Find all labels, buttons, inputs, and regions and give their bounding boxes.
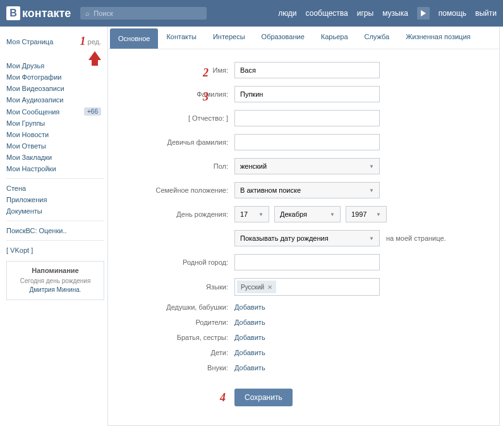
reminder-person-link[interactable]: Дмитрия Минина [29, 286, 79, 293]
sidebar: Моя Страница 1 ред. Мои Друзья Мои Фотог… [0, 27, 104, 426]
input-hometown[interactable] [234, 254, 380, 270]
tab-interests[interactable]: Интересы [205, 27, 253, 49]
input-languages[interactable]: Русский✕ [234, 278, 380, 296]
sidebar-link[interactable]: Мои Группы [6, 119, 45, 127]
select-value: женский [240, 162, 267, 170]
select-value: Показывать дату рождения [240, 234, 329, 242]
sidebar-link[interactable]: Моя Страница [6, 38, 53, 45]
sidebar-item-photos[interactable]: Мои Фотографии [6, 71, 104, 83]
select-month[interactable]: Декабря▼ [274, 206, 341, 222]
sidebar-link[interactable]: Мои Фотографии [6, 73, 61, 81]
logo-text: контакте [22, 7, 71, 20]
sidebar-link[interactable]: Мои Друзья [6, 62, 44, 70]
edit-form: 2Имя: 3Фамилия: [ Отчество: ] Девичья фа… [108, 49, 499, 425]
tab-basic[interactable]: Основное [110, 28, 158, 49]
select-marital[interactable]: В активном поиске▼ [234, 182, 380, 198]
nav-logout[interactable]: выйти [475, 9, 497, 18]
caret-down-icon: ▼ [369, 188, 374, 193]
tab-career[interactable]: Карьера [313, 27, 356, 49]
sidebar-item-mypage[interactable]: Моя Страница 1 ред. [6, 33, 104, 50]
reminder-title: Напоминание [12, 267, 99, 274]
input-name[interactable] [234, 62, 380, 78]
nav-people[interactable]: люди [278, 9, 296, 18]
sidebar-link[interactable]: Мои Ответы [6, 142, 46, 150]
sidebar-link[interactable]: Документы [6, 207, 42, 215]
select-year[interactable]: 1997▼ [346, 206, 387, 222]
label-patronymic[interactable]: [ Отчество: ] [121, 114, 234, 122]
sidebar-item-wall[interactable]: Стена [6, 183, 104, 194]
sidebar-item-videos[interactable]: Мои Видеозаписи [6, 83, 104, 94]
sidebar-link[interactable]: [ VKopt ] [6, 246, 33, 254]
sidebar-link[interactable]: ПоискВС: Оценки.. [6, 227, 67, 234]
input-patronymic[interactable] [234, 110, 380, 126]
sidebar-item-searchvs[interactable]: ПоискВС: Оценки.. [6, 225, 104, 236]
sidebar-item-groups[interactable]: Мои Группы [6, 118, 104, 129]
tab-position[interactable]: Жизненная позиция [397, 27, 478, 49]
label-save: 4 [121, 391, 234, 404]
annotation-arrow-icon [88, 51, 101, 60]
visibility-hint: на моей странице. [386, 234, 446, 242]
label-hometown: Родной город: [121, 258, 234, 266]
sidebar-link[interactable]: Мои Сообщения [6, 108, 59, 116]
sidebar-link[interactable]: Стена [6, 185, 26, 192]
play-icon[interactable] [417, 7, 430, 20]
label-name: 2Имя: [121, 66, 234, 74]
sidebar-item-answers[interactable]: Мои Ответы [6, 140, 104, 152]
sidebar-item-news[interactable]: Мои Новости [6, 129, 104, 140]
input-maiden[interactable] [234, 134, 380, 150]
messages-badge: +66 [84, 107, 101, 116]
logo[interactable]: В контакте [6, 6, 71, 20]
tab-education[interactable]: Образование [253, 27, 313, 49]
sidebar-item-docs[interactable]: Документы [6, 205, 104, 217]
add-grandchildren[interactable]: Добавить [234, 364, 265, 372]
sidebar-item-friends[interactable]: Мои Друзья [6, 60, 104, 71]
save-button[interactable]: Сохранить [234, 389, 293, 406]
add-children[interactable]: Добавить [234, 349, 265, 356]
label-marital: Семейное положение: [121, 186, 234, 194]
sidebar-link[interactable]: Мои Новости [6, 131, 49, 138]
tab-military[interactable]: Служба [356, 27, 398, 49]
sidebar-item-messages[interactable]: Мои Сообщения+66 [6, 106, 104, 118]
sidebar-link[interactable]: Приложения [6, 196, 47, 203]
sidebar-link[interactable]: Мои Аудиозаписи [6, 96, 63, 104]
sidebar-item-bookmarks[interactable]: Мои Закладки [6, 152, 104, 163]
search-box[interactable]: ⌕ [80, 7, 207, 20]
label-maiden: Девичья фамилия: [121, 138, 234, 146]
input-surname[interactable] [234, 86, 380, 102]
caret-down-icon: ▼ [376, 212, 381, 217]
reminder-mid: день рождения [46, 277, 91, 284]
edit-link[interactable]: ред. [88, 38, 101, 45]
add-grandparents[interactable]: Добавить [234, 303, 265, 311]
caret-down-icon: ▼ [258, 212, 264, 217]
label-children: Дети: [121, 349, 234, 356]
search-icon: ⌕ [85, 9, 90, 17]
sidebar-link[interactable]: Мои Настройки [6, 165, 56, 173]
label-birthday: День рождения: [121, 210, 234, 218]
select-day[interactable]: 17▼ [234, 206, 269, 222]
reminder-text: Сегодня день рождения Дмитрия Минина. [12, 277, 99, 294]
sidebar-item-audio[interactable]: Мои Аудиозаписи [6, 94, 104, 106]
label-surname: 3Фамилия: [121, 90, 234, 98]
sidebar-link[interactable]: Мои Видеозаписи [6, 85, 64, 92]
search-input[interactable] [94, 9, 202, 17]
select-date-visibility[interactable]: Показывать дату рождения▼ [234, 230, 380, 246]
nav-communities[interactable]: сообщества [306, 9, 348, 18]
nav-help[interactable]: помощь [439, 9, 466, 18]
tag-remove-icon[interactable]: ✕ [267, 284, 272, 291]
select-sex[interactable]: женский▼ [234, 158, 380, 174]
sidebar-link[interactable]: Мои Закладки [6, 154, 52, 161]
language-tag: Русский✕ [237, 281, 276, 293]
nav-games[interactable]: игры [357, 9, 373, 18]
add-siblings[interactable]: Добавить [234, 334, 265, 341]
sidebar-item-apps[interactable]: Приложения [6, 194, 104, 205]
reminder-suffix: . [80, 286, 82, 293]
tabs: Основное Контакты Интересы Образование К… [108, 27, 499, 49]
annotation-3: 3 [203, 90, 209, 104]
select-value: Декабря [280, 210, 307, 218]
sidebar-item-settings[interactable]: Мои Настройки [6, 163, 104, 174]
nav-music[interactable]: музыка [382, 9, 408, 18]
sidebar-item-vkopt[interactable]: [ VKopt ] [6, 245, 104, 256]
tab-contacts[interactable]: Контакты [158, 27, 205, 49]
label-grandparents: Дедушки, бабушки: [121, 303, 234, 311]
add-parents[interactable]: Добавить [234, 318, 265, 326]
